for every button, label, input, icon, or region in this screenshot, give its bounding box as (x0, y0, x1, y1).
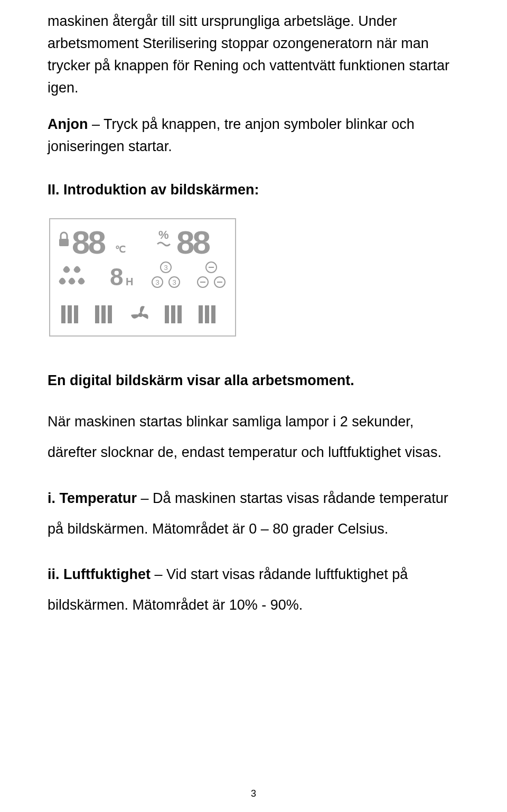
svg-rect-22 (171, 305, 175, 323)
svg-rect-21 (165, 305, 169, 323)
humidity-label: ii. Luftfuktighet (48, 566, 151, 582)
center-h: H (126, 276, 133, 287)
svg-rect-24 (199, 305, 203, 323)
paragraph-startup: När maskinen startas blinkar samliga lam… (48, 406, 459, 468)
svg-text:3: 3 (172, 278, 176, 286)
svg-rect-19 (108, 305, 112, 323)
paragraph-anjon: Anjon – Tryck på knappen, tre anjon symb… (48, 114, 459, 158)
center-digit: 8 (110, 263, 124, 291)
svg-rect-1 (59, 239, 69, 246)
svg-rect-18 (101, 305, 106, 323)
anjon-label: Anjon (48, 116, 88, 132)
paragraph-temperature: i. Temperatur – Då maskinen startas visa… (48, 483, 459, 544)
paragraph-humidity: ii. Luftfuktighet – Vid start visas råda… (48, 559, 459, 620)
text: maskinen återgår till sitt ursprungliga … (48, 13, 449, 96)
svg-rect-16 (74, 305, 78, 323)
temp-unit: ℃ (115, 244, 126, 255)
svg-text:3: 3 (155, 278, 159, 286)
paragraph-intro-continuation: maskinen återgår till sitt ursprungliga … (48, 11, 459, 99)
temp-readout: 88 (72, 224, 105, 260)
percent-icon: % (158, 228, 169, 241)
temperature-label: i. Temperatur (48, 490, 137, 506)
svg-text:3: 3 (164, 264, 167, 272)
page-number: 3 (0, 788, 507, 799)
svg-rect-26 (211, 305, 215, 323)
svg-rect-17 (95, 305, 99, 323)
humidity-readout: 88 (176, 224, 210, 260)
anjon-rest: – Tryck på knappen, tre anjon symboler b… (48, 116, 415, 154)
svg-rect-23 (177, 305, 182, 323)
heading-display-intro: II. Introduktion av bildskärmen: (48, 179, 459, 201)
svg-rect-25 (205, 305, 209, 323)
paragraph-digital-display: En digital bildskärm visar alla arbetsmo… (48, 370, 459, 392)
display-mockup: 88 ℃ % 88 8 (48, 217, 459, 338)
lcd-display-illustration: 88 ℃ % 88 8 (48, 217, 238, 338)
svg-rect-15 (68, 305, 72, 323)
page: maskinen återgår till sitt ursprungliga … (0, 0, 507, 812)
svg-rect-14 (61, 305, 65, 323)
